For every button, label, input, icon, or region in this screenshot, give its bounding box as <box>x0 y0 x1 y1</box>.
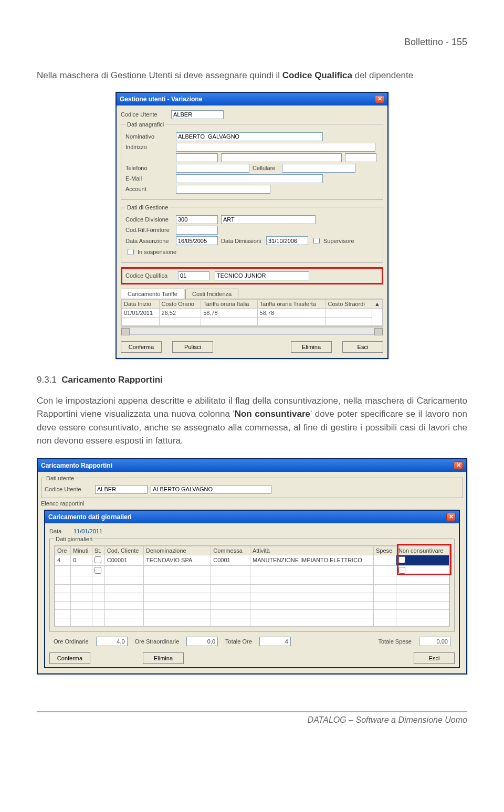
email-input[interactable] <box>176 174 323 183</box>
citta-input[interactable] <box>221 153 342 162</box>
label-in-sospensione: In sospensione <box>138 249 176 255</box>
telefono-input[interactable] <box>176 164 249 173</box>
esci-button-2[interactable]: Esci <box>414 652 455 664</box>
totale-ore-value: 4 <box>259 637 291 646</box>
scrollbar-vertical[interactable] <box>372 308 383 325</box>
scroll-up-icon[interactable]: ▲ <box>372 299 383 308</box>
totale-spese-value: 0,00 <box>419 637 450 646</box>
label-indirizzo: Indirizzo <box>125 144 173 150</box>
col-commessa: Commessa <box>211 546 250 555</box>
tariffe-grid[interactable]: Data Inizio Costo Orario Tariffa oraria … <box>121 299 383 326</box>
tab-costi[interactable]: Costi Incidenza <box>185 289 238 299</box>
cellulare-input[interactable] <box>282 164 355 173</box>
window-title-inner: Caricamento dati giornalieri <box>48 513 132 521</box>
st-checkbox[interactable] <box>94 556 101 563</box>
elimina-button[interactable]: Elimina <box>291 341 332 353</box>
codice-qualifica-desc[interactable] <box>215 271 309 280</box>
supervisore-input[interactable] <box>313 238 320 244</box>
st-checkbox-2[interactable] <box>94 567 101 574</box>
cod-rif-fornitore-input[interactable] <box>176 226 218 235</box>
label-codice-utente2: Codice Utente <box>45 486 92 492</box>
cell-costo-straord[interactable] <box>326 308 372 317</box>
col-denominazione: Denominazione <box>144 546 211 555</box>
close-icon[interactable]: ✕ <box>446 513 456 521</box>
col-non-consuntivare: Non consuntivare <box>396 546 449 555</box>
indirizzo-input[interactable] <box>176 143 375 152</box>
cell-attivita[interactable]: MANUTENZIONE IMPIANTO ELETTRICO <box>250 555 373 565</box>
tab-tariffe[interactable]: Caricamento Tariffe <box>121 289 184 299</box>
data-assunzione-input[interactable] <box>176 236 218 245</box>
cell-tariffa-italia[interactable]: 58,78 <box>201 308 257 317</box>
col-st: St. <box>92 546 104 555</box>
prov-input[interactable] <box>345 153 376 162</box>
label-email: E-Mail <box>125 175 173 182</box>
window-gestione-utenti: Gestione utenti - Variazione ✕ Codice Ut… <box>116 92 388 359</box>
conferma-button[interactable]: Conferma <box>121 341 162 353</box>
cell-st[interactable] <box>92 555 104 565</box>
cell-costo-orario[interactable]: 26,52 <box>159 308 201 317</box>
giornalieri-grid[interactable]: Ore Minuti St. Cod. Cliente Denominazion… <box>55 546 449 627</box>
cell-commessa[interactable]: C0001 <box>211 555 250 565</box>
label-codice-divisione: Codice Divisione <box>125 216 173 223</box>
label-totale-ore: Totale Ore <box>225 638 252 645</box>
highlight-codice-qualifica: Codice Qualifica <box>121 267 383 284</box>
label-cod-rif-fornitore: Cod.Rif.Fornitore <box>125 227 173 233</box>
nome-utente2-input[interactable] <box>151 485 271 494</box>
esci-button[interactable]: Esci <box>342 341 383 353</box>
intro-post: del dipendente <box>352 70 413 80</box>
legend-dati-giornalieri: Dati giornalieri <box>54 536 94 542</box>
cell-cod-cliente[interactable]: C00001 <box>104 555 143 565</box>
section-heading: 9.3.1 Caricamento Rapportini <box>37 375 467 385</box>
codice-qualifica-input[interactable] <box>178 271 209 280</box>
codice-utente2-input[interactable] <box>95 485 148 494</box>
totals-row: Ore Ordinarie 4,0 Ore Straordinarie 0,0 … <box>49 634 455 649</box>
section-title: Caricamento Rapportini <box>61 375 163 385</box>
non-consuntivare-checkbox[interactable] <box>398 556 405 563</box>
col-tariffa-trasferta: Tariffa oraria Trasferta <box>257 299 326 308</box>
legend-dati-utente: Dati utente <box>45 475 76 481</box>
codice-divisione-desc[interactable] <box>221 215 316 224</box>
titlebar: Gestione utenti - Variazione ✕ <box>117 93 387 106</box>
doc-header: Bollettino - 155 <box>37 37 467 48</box>
nominativo-input[interactable] <box>176 132 323 141</box>
data-dimissioni-input[interactable] <box>266 236 308 245</box>
close-icon[interactable]: ✕ <box>454 461 463 470</box>
cell-denominazione[interactable]: TECNOAVIO SPA <box>144 555 211 565</box>
col-costo-orario: Costo Orario <box>159 299 201 308</box>
section-paragraph: Con le impostazioni appena descritte e a… <box>37 394 467 448</box>
cell-ore[interactable]: 4 <box>55 555 71 565</box>
non-consuntivare-checkbox-2[interactable] <box>398 567 405 574</box>
titlebar-outer: Caricamento Rapportini ✕ <box>38 459 466 472</box>
conferma-button-2[interactable]: Conferma <box>49 652 90 664</box>
label-data-dimissioni: Data Dimissioni <box>221 238 263 244</box>
label-nominativo: Nominativo <box>125 133 173 140</box>
page-footer: DATALOG – Software a Dimensione Uomo <box>37 711 467 725</box>
col-spese: Spese <box>373 546 396 555</box>
cell-spese[interactable] <box>373 555 396 565</box>
cell-data-inizio[interactable]: 01/01/2011 <box>122 308 160 317</box>
codice-utente-input[interactable] <box>171 110 224 119</box>
account-input[interactable] <box>176 185 270 194</box>
tabs: Caricamento Tariffe Costi Incidenza <box>121 289 383 299</box>
elimina-button-2[interactable]: Elimina <box>143 652 184 664</box>
cell-minuti[interactable]: 0 <box>70 555 92 565</box>
close-icon[interactable]: ✕ <box>375 95 384 103</box>
titlebar-inner: Caricamento dati giornalieri ✕ <box>45 511 459 523</box>
scrollbar-horizontal[interactable] <box>121 328 383 335</box>
window-caricamento-dati-giornalieri: Caricamento dati giornalieri ✕ Data 11/0… <box>44 510 460 668</box>
pulisci-button[interactable]: Pulisci <box>172 341 213 353</box>
cap-input[interactable] <box>176 153 218 162</box>
supervisore-checkbox[interactable]: Supervisore <box>311 236 354 246</box>
cell-tariffa-trasferta[interactable]: 58,78 <box>257 308 326 317</box>
codice-divisione-input[interactable] <box>176 215 218 224</box>
window-title-outer: Caricamento Rapportini <box>41 462 112 469</box>
legend-dati-anagrafici: Dati anagrafici <box>125 121 165 128</box>
section-num: 9.3.1 <box>37 375 57 385</box>
label-cellulare: Cellulare <box>253 165 279 171</box>
col-cod-cliente: Cod. Cliente <box>104 546 143 555</box>
group-dati-gestione: Dati di Gestione Codice Divisione Cod.Ri… <box>121 204 383 263</box>
in-sospensione-input[interactable] <box>128 249 134 255</box>
in-sospensione-checkbox[interactable]: In sospensione <box>125 247 176 257</box>
ore-ordinarie-value: 4,0 <box>96 637 128 646</box>
cell-non-consuntivare[interactable] <box>396 555 449 565</box>
